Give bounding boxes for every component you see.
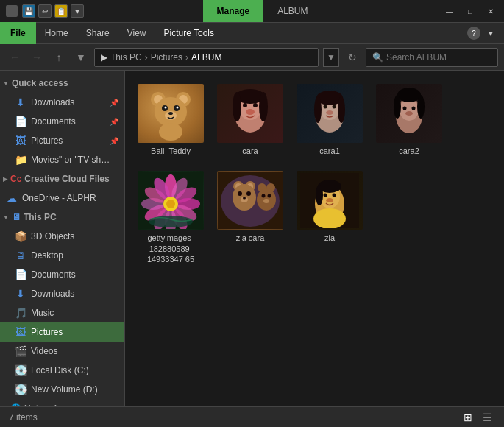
- up-button[interactable]: ↑: [50, 49, 68, 66]
- sidebar-network-header[interactable]: ▶ 🌐 Network: [0, 399, 124, 406]
- sidebar-item-movies-qa[interactable]: 📁 Movies" or "TV sh…: [0, 150, 124, 169]
- app-icon: [6, 5, 18, 17]
- file-item-zia-cara[interactable]: zia cara: [213, 166, 287, 269]
- menu-share[interactable]: Share: [77, 22, 118, 44]
- item-count-text: 7 items: [9, 412, 38, 423]
- breadcrumb-album-label[interactable]: ALBUM: [191, 52, 221, 63]
- sidebar-creative-cloud-header[interactable]: ▶ Cc Creative Cloud Files: [0, 169, 124, 188]
- videos-label: Videos: [31, 346, 57, 356]
- file-thumb-cara: [217, 84, 283, 143]
- properties-icon[interactable]: 📋: [54, 4, 68, 18]
- menu-home[interactable]: Home: [36, 22, 77, 44]
- minimize-button[interactable]: —: [442, 5, 457, 17]
- menu-file[interactable]: File: [0, 22, 36, 44]
- menu-chevron[interactable]: ▼: [483, 27, 498, 39]
- breadcrumb[interactable]: ▶ This PC › Pictures › ALBUM: [94, 48, 319, 67]
- svg-point-22: [324, 105, 327, 108]
- sidebar-item-pictures[interactable]: 🖼 Pictures: [0, 322, 124, 342]
- large-icons-view-button[interactable]: ⊞: [460, 409, 476, 426]
- sidebar-item-documents[interactable]: 📄 Documents: [0, 265, 124, 284]
- breadcrumb-thispc: ▶: [101, 52, 107, 63]
- toolbar-chevron[interactable]: ▼: [71, 4, 84, 18]
- movies-qa-icon: 📁: [15, 154, 26, 166]
- sidebar-item-3d-objects[interactable]: 📦 3D Objects: [0, 227, 124, 246]
- sidebar-item-pictures-qa[interactable]: 🖼 Pictures 📌: [0, 131, 124, 150]
- sidebar-item-downloads[interactable]: ⬇ Downloads: [0, 284, 124, 303]
- forward-button[interactable]: →: [28, 49, 46, 66]
- back-button[interactable]: ←: [6, 49, 24, 66]
- menu-view[interactable]: View: [118, 22, 155, 44]
- file-thumb-cara1: [297, 84, 363, 143]
- search-input[interactable]: [386, 52, 482, 63]
- file-item-bali-teddy[interactable]: Bali_Teddy: [134, 80, 207, 160]
- file-item-cara[interactable]: cara: [213, 80, 287, 160]
- svg-point-33: [397, 88, 421, 102]
- sidebar-quick-access-header[interactable]: ▼ Quick access: [0, 74, 124, 93]
- address-dropdown[interactable]: ▼: [323, 48, 339, 67]
- search-box[interactable]: 🔍: [366, 48, 498, 67]
- file-name-bali-teddy: Bali_Teddy: [151, 146, 191, 156]
- sidebar-item-new-volume[interactable]: 💽 New Volume (D:): [0, 380, 124, 399]
- new-volume-icon: 💽: [15, 384, 26, 395]
- videos-icon: 🎬: [15, 345, 26, 357]
- menu-bar-right: ? ▼: [467, 27, 504, 40]
- svg-point-27: [338, 96, 345, 123]
- sidebar-item-desktop[interactable]: 🖥 Desktop: [0, 246, 124, 265]
- downloads-icon: ⬇: [15, 288, 26, 300]
- svg-point-15: [253, 103, 258, 107]
- file-item-zia[interactable]: zia: [293, 166, 366, 269]
- sidebar-thispc-header[interactable]: ▼ 🖥 This PC: [0, 208, 124, 227]
- close-button[interactable]: ✕: [483, 5, 498, 17]
- downloads-qa-icon: ⬇: [15, 96, 26, 108]
- teddy-svg: [145, 86, 196, 141]
- pictures-qa-label: Pictures: [31, 135, 63, 146]
- svg-point-31: [412, 106, 416, 110]
- sidebar: ▼ Quick access ⬇ Downloads 📌 📄 Documents…: [0, 71, 125, 406]
- sidebar-item-downloads-qa[interactable]: ⬇ Downloads 📌: [0, 93, 124, 112]
- sidebar-item-documents-qa[interactable]: 📄 Documents 📌: [0, 112, 124, 131]
- menu-picture-tools[interactable]: Picture Tools: [155, 22, 223, 44]
- documents-qa-label: Documents: [31, 116, 76, 127]
- content-area: Bali_Teddy cara: [125, 71, 504, 406]
- breadcrumb-thispc-label[interactable]: This PC: [110, 52, 142, 63]
- sidebar-item-onedrive[interactable]: ☁ OneDrive - ALPHR: [0, 188, 124, 208]
- quick-access-label: Quick access: [12, 78, 68, 88]
- onedrive-label: OneDrive - ALPHR: [22, 193, 96, 203]
- item-count: 7 items: [9, 412, 38, 423]
- local-disk-label: Local Disk (C:): [31, 365, 89, 375]
- desktop-icon: 🖥: [15, 250, 26, 261]
- refresh-button[interactable]: ↻: [344, 49, 361, 66]
- cara2-svg: [380, 86, 439, 141]
- documents-label: Documents: [31, 269, 76, 280]
- maximize-button[interactable]: □: [463, 5, 478, 17]
- pictures-icon: 🖼: [15, 326, 26, 338]
- file-item-cara2[interactable]: cara2: [372, 80, 446, 160]
- breadcrumb-pictures-label[interactable]: Pictures: [151, 52, 182, 63]
- svg-point-30: [403, 106, 407, 110]
- svg-point-10: [168, 112, 173, 115]
- sidebar-item-videos[interactable]: 🎬 Videos: [0, 342, 124, 361]
- file-item-cara1[interactable]: cara1: [293, 80, 366, 160]
- save-icon[interactable]: 💾: [22, 4, 35, 18]
- svg-point-66: [262, 194, 266, 198]
- manage-tab[interactable]: Manage: [203, 0, 263, 22]
- svg-point-34: [394, 95, 401, 119]
- undo-icon[interactable]: ↩: [38, 4, 52, 18]
- sidebar-item-music[interactable]: 🎵 Music: [0, 303, 124, 322]
- desktop-label: Desktop: [31, 250, 63, 261]
- title-bar-left: 💾 ↩ 📋 ▼: [6, 4, 84, 18]
- list-view-button[interactable]: ☰: [479, 409, 495, 426]
- music-label: Music: [31, 308, 54, 318]
- thispc-chevron: ▼: [3, 214, 9, 221]
- thispc-icon: 🖥: [12, 212, 21, 222]
- address-bar: ← → ↑ ▼ ▶ This PC › Pictures › ALBUM ▼ ↻…: [0, 44, 504, 71]
- svg-point-75: [313, 208, 346, 228]
- sidebar-item-local-disk[interactable]: 💽 Local Disk (C:): [0, 361, 124, 380]
- cara1-svg: [300, 86, 359, 141]
- pin-icon-documents: 📌: [110, 118, 118, 126]
- recent-locations-button[interactable]: ▼: [72, 49, 90, 66]
- file-item-gettyimages[interactable]: gettyimages-182880589-14933347 65: [134, 166, 207, 269]
- svg-point-11: [159, 123, 182, 141]
- help-button[interactable]: ?: [467, 27, 480, 40]
- file-thumb-gettyimages: [138, 171, 204, 230]
